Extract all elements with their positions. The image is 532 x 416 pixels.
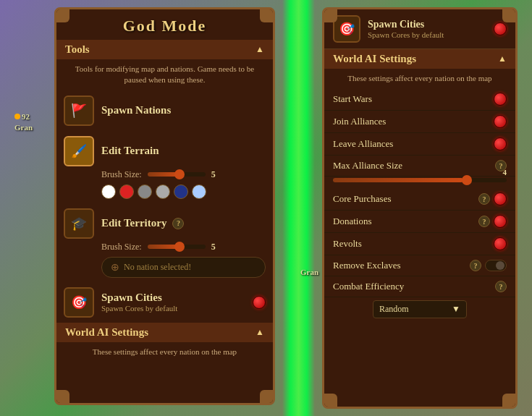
tools-collapse-icon[interactable]: ▲ xyxy=(256,44,264,55)
core-purchases-label: Core Purchases xyxy=(333,193,392,205)
tools-description: Tools for modifying map and nations. Gam… xyxy=(56,59,273,90)
tools-section-header[interactable]: Tools ▲ xyxy=(56,40,273,59)
color-red[interactable] xyxy=(119,184,134,199)
right-top-bar: 🎯 Spawn Cities Spawn Cores by default xyxy=(324,9,515,49)
revolts-controls xyxy=(494,237,507,250)
world-ai-section-header-left[interactable]: World AI Settings ▲ xyxy=(56,323,273,342)
edit-territory-item[interactable]: 🎓 Edit Territory ? xyxy=(56,203,273,240)
right-spawn-cities-label: Spawn Cities xyxy=(368,19,486,30)
corner-br xyxy=(260,390,273,403)
world-ai-section-header-right[interactable]: World AI Settings ▲ xyxy=(324,49,515,69)
corner-bl xyxy=(56,390,69,403)
setting-donations: Donations ? xyxy=(324,211,515,233)
setting-core-purchases: Core Purchases ? xyxy=(324,188,515,211)
spawn-cities-sublabel-left: Spawn Cores by default xyxy=(101,304,245,313)
spawn-cities-toggle-left[interactable] xyxy=(253,296,266,309)
green-glow xyxy=(282,0,315,416)
join-alliances-controls xyxy=(494,115,507,128)
dropdown-arrow-icon: ▼ xyxy=(452,304,460,315)
edit-territory-help[interactable]: ? xyxy=(172,218,184,229)
spawn-nations-item[interactable]: 🚩 Spawn Nations xyxy=(56,90,273,131)
color-light-gray[interactable] xyxy=(156,184,170,199)
alliance-slider[interactable] xyxy=(333,178,507,182)
spawn-cities-item-left[interactable]: 🎯 Spawn Cities Spawn Cores by default xyxy=(56,282,273,323)
world-ai-collapse-icon-right[interactable]: ▲ xyxy=(498,54,507,64)
color-dark-blue[interactable] xyxy=(174,184,188,199)
combat-efficiency-help[interactable]: ? xyxy=(495,281,507,292)
terrain-brush-label: Brush Size: xyxy=(101,169,142,180)
map-label-gran2: Gran xyxy=(300,268,318,276)
donations-toggle[interactable] xyxy=(494,215,507,228)
alliance-slider-container: 4 xyxy=(324,177,515,188)
territory-brush-value: 5 xyxy=(211,242,216,252)
right-corner-tr xyxy=(502,9,515,22)
world-ai-collapse-icon-left[interactable]: ▲ xyxy=(256,327,264,338)
setting-combat-efficiency: Combat Efficiency ? xyxy=(324,276,515,297)
core-purchases-toggle[interactable] xyxy=(494,192,507,205)
tools-label: Tools xyxy=(65,43,90,56)
edit-terrain-label: Edit Terrain xyxy=(101,145,159,157)
combat-efficiency-controls: ? xyxy=(495,281,507,292)
start-wars-label: Start Wars xyxy=(333,93,372,105)
revolts-toggle[interactable] xyxy=(494,237,507,250)
edit-terrain-item[interactable]: 🖌️ Edit Terrain xyxy=(56,131,273,168)
donations-label: Donations xyxy=(333,216,371,227)
leave-alliances-toggle[interactable] xyxy=(494,137,507,150)
panel-title: God Mode xyxy=(56,9,273,40)
core-purchases-help[interactable]: ? xyxy=(478,193,490,205)
max-alliance-label: Max Alliance Size xyxy=(333,160,402,171)
no-nation-label: No nation selected! xyxy=(124,262,191,273)
setting-start-wars: Start Wars xyxy=(324,88,515,111)
spawn-nations-label: Spawn Nations xyxy=(101,104,171,116)
spawn-nations-icon: 🚩 xyxy=(64,95,94,126)
remove-exclaves-help[interactable]: ? xyxy=(470,260,481,271)
remove-exclaves-toggle[interactable] xyxy=(485,260,507,271)
color-white[interactable] xyxy=(101,184,116,199)
alliance-slider-wrapper: 4 xyxy=(333,178,507,182)
edit-territory-icon: 🎓 xyxy=(64,208,94,239)
setting-join-alliances: Join Alliances xyxy=(324,111,515,133)
color-gray[interactable] xyxy=(138,184,152,199)
join-alliances-label: Join Alliances xyxy=(333,116,386,127)
setting-leave-alliances: Leave Alliances xyxy=(324,133,515,156)
core-purchases-controls: ? xyxy=(478,192,507,205)
no-nation-pill[interactable]: ⊕ No nation selected! xyxy=(101,257,266,278)
leave-alliances-label: Leave Alliances xyxy=(333,138,393,150)
remove-exclaves-controls: ? xyxy=(470,260,507,271)
map-label-1: 92 xyxy=(14,112,30,121)
plus-circle-icon: ⊕ xyxy=(111,261,119,273)
right-spawn-cities-sublabel: Spawn Cores by default xyxy=(368,30,486,39)
edit-terrain-icon: 🖌️ xyxy=(64,136,94,166)
terrain-brush-value: 5 xyxy=(211,169,216,180)
remove-exclaves-label: Remove Exclaves xyxy=(333,260,401,271)
donations-help[interactable]: ? xyxy=(478,216,490,227)
world-ai-description-right: These settings affect every nation on th… xyxy=(324,69,515,88)
combat-efficiency-label: Combat Efficiency xyxy=(333,281,404,292)
donations-controls: ? xyxy=(478,215,507,228)
dropdown-row: Random ▼ xyxy=(324,297,515,324)
spawn-cities-icon-left: 🎯 xyxy=(64,287,94,318)
join-alliances-toggle[interactable] xyxy=(494,115,507,128)
terrain-color-row xyxy=(56,183,273,203)
left-panel: God Mode Tools ▲ Tools for modifying map… xyxy=(54,7,275,405)
setting-remove-exclaves: Remove Exclaves ? xyxy=(324,255,515,276)
edit-territory-label: Edit Territory xyxy=(101,217,166,229)
setting-max-alliance: Max Alliance Size ? xyxy=(324,156,515,177)
right-corner-tl xyxy=(324,9,337,22)
territory-brush-slider[interactable] xyxy=(148,245,206,249)
terrain-brush-slider[interactable] xyxy=(148,172,206,177)
world-ai-description-left: These settings affect every nation on th… xyxy=(56,342,273,362)
right-corner-bl xyxy=(324,394,337,407)
right-corner-br xyxy=(502,394,515,407)
combat-efficiency-dropdown[interactable]: Random ▼ xyxy=(373,300,467,318)
revolts-label: Revolts xyxy=(333,238,362,250)
territory-brush-row: Brush Size: 5 xyxy=(56,240,273,255)
right-spawn-cities-toggle[interactable] xyxy=(494,22,507,35)
leave-alliances-controls xyxy=(494,137,507,150)
map-label-gran1: Gran xyxy=(14,123,33,132)
start-wars-toggle[interactable] xyxy=(494,93,507,106)
right-panel: 🎯 Spawn Cities Spawn Cores by default Wo… xyxy=(322,7,518,409)
world-ai-label-right: World AI Settings xyxy=(333,53,416,65)
color-light-blue[interactable] xyxy=(192,184,206,199)
alliance-value: 4 xyxy=(503,168,507,177)
